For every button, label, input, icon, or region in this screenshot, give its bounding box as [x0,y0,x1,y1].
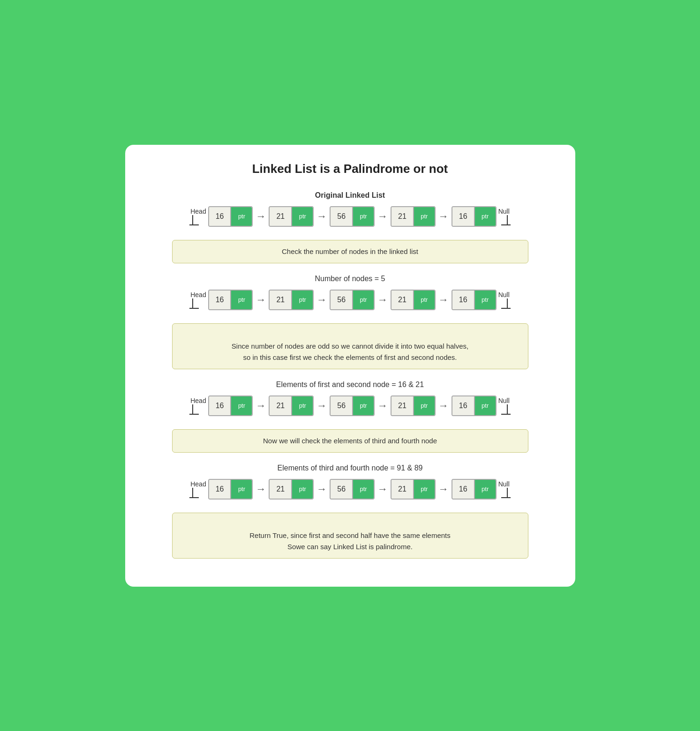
arrow: → [253,400,269,412]
node-4-5: 16 ptr [452,479,497,500]
section-2: Number of nodes = 5 Head 16 ptr → 21 ptr… [148,275,553,310]
arrow: → [314,483,330,495]
arrow: → [375,400,391,412]
node-4-4: 21 ptr [391,479,436,500]
label-box-1: Check the number of nodes in the linked … [172,240,528,263]
nodes-1: 16 ptr → 21 ptr → 56 ptr → 21 ptr → [208,206,497,227]
head-indicator-1: Head [189,208,206,225]
arrow: → [253,210,269,223]
arrow: → [314,400,330,412]
null-indicator-4: Null [498,480,511,498]
node-4-3: 56 ptr [330,479,375,500]
node-2-5: 16 ptr [452,290,497,310]
node-2-2: 21 ptr [269,290,314,310]
node-1-3: 56 ptr [330,206,375,227]
node-2-4: 21 ptr [391,290,436,310]
head-indicator-2: Head [189,291,206,309]
head-indicator-4: Head [189,480,206,498]
section-3: Elements of first and second node = 16 &… [148,380,553,416]
node-3-1: 16 ptr [208,395,253,416]
null-indicator-2: Null [498,291,511,309]
arrow: → [253,483,269,495]
arrow: → [436,483,452,495]
label-box-4: Return True, since first and second half… [172,513,528,559]
nodes-2: 16 ptr → 21 ptr → 56 ptr → 21 ptr → [208,290,497,310]
linked-list-3: Head 16 ptr → 21 ptr → 56 ptr [148,395,553,416]
nodes-4: 16 ptr → 21 ptr → 56 ptr → 21 ptr → [208,479,497,500]
section4-subtitle: Elements of third and fourth node = 91 &… [148,464,553,472]
node-4-2: 21 ptr [269,479,314,500]
node-2-3: 56 ptr [330,290,375,310]
arrow: → [375,483,391,495]
nodes-3: 16 ptr → 21 ptr → 56 ptr → 21 ptr → [208,395,497,416]
node-2-1: 16 ptr [208,290,253,310]
node-4-1: 16 ptr [208,479,253,500]
arrow: → [314,294,330,306]
node-1-5: 16 ptr [452,206,497,227]
null-indicator-3: Null [498,397,511,415]
linked-list-1: Head 16 ptr → 21 ptr → 56 ptr [148,206,553,227]
node-3-2: 21 ptr [269,395,314,416]
arrow: → [436,294,452,306]
node-3-5: 16 ptr [452,395,497,416]
arrow: → [375,294,391,306]
section-1: Original Linked List Head 16 ptr → 21 pt… [148,191,553,227]
label-box-3: Now we will check the elements of third … [172,429,528,453]
arrow: → [314,210,330,223]
section-4: Elements of third and fourth node = 91 &… [148,464,553,500]
section3-subtitle: Elements of first and second node = 16 &… [148,380,553,389]
node-1-2: 21 ptr [269,206,314,227]
node-1-1: 16 ptr [208,206,253,227]
linked-list-2: Head 16 ptr → 21 ptr → 56 ptr [148,290,553,310]
node-3-4: 21 ptr [391,395,436,416]
main-card: Linked List is a Palindrome or not Origi… [125,145,575,587]
section1-subtitle: Original Linked List [148,191,553,200]
head-indicator-3: Head [189,397,206,415]
arrow: → [253,294,269,306]
node-3-3: 56 ptr [330,395,375,416]
null-indicator-1: Null [498,208,511,225]
arrow: → [375,210,391,223]
node-ptr: ptr [231,207,252,226]
section2-subtitle: Number of nodes = 5 [148,275,553,283]
linked-list-4: Head 16 ptr → 21 ptr → 56 ptr [148,479,553,500]
node-1-4: 21 ptr [391,206,436,227]
main-title: Linked List is a Palindrome or not [148,162,553,176]
label-box-2: Since number of nodes are odd so we cann… [172,323,528,369]
arrow: → [436,400,452,412]
arrow: → [436,210,452,223]
node-val: 16 [209,207,232,226]
